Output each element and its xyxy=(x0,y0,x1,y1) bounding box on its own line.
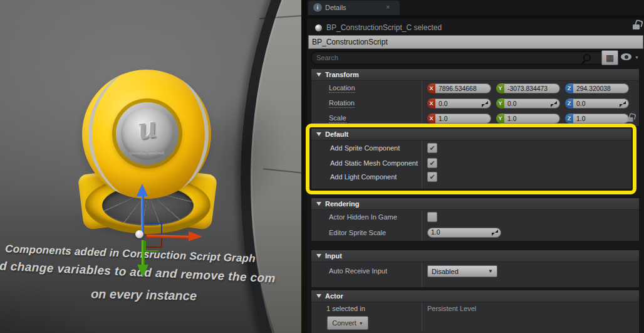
add-static-mesh-checkbox[interactable]: ✔ xyxy=(427,158,437,168)
gizmo-origin-handle[interactable] xyxy=(135,230,143,238)
axis-z-chip: Z xyxy=(565,98,573,108)
axis-z-chip: Z xyxy=(565,83,573,93)
section-header-rendering[interactable]: Rendering xyxy=(311,198,639,210)
property-row-add-static-mesh: Add Static Mesh Component ✔ xyxy=(311,156,631,171)
property-label: Location xyxy=(329,84,355,93)
property-row-add-sprite: Add Sprite Component ✔ xyxy=(311,140,631,156)
property-label: Editor Sprite Scale xyxy=(329,229,386,236)
section-title: Actor xyxy=(325,292,343,300)
spinner-icon[interactable] xyxy=(551,101,557,107)
gizmo-x-axis-arrowhead[interactable] xyxy=(189,231,202,242)
viewport-3d[interactable]: u UNREAL ENGINE Components added in Cons… xyxy=(0,0,307,333)
expander-arrow-icon xyxy=(316,254,321,258)
section-title: Transform xyxy=(325,71,359,78)
section-actor: Actor 1 selected in Persistent Level Con… xyxy=(311,290,639,333)
chevron-down-icon: ▼ xyxy=(635,55,639,60)
floor-text-line3: on every instance xyxy=(91,287,197,304)
search-input[interactable] xyxy=(311,51,609,65)
section-default: Default Add Sprite Component ✔ Add Stati… xyxy=(311,129,631,189)
unreal-engine-label: UNREAL ENGINE xyxy=(121,151,174,154)
view-options-button[interactable]: ▼ xyxy=(621,51,642,64)
section-header-transform[interactable]: Transform xyxy=(311,69,639,81)
auto-receive-input-dropdown[interactable]: Disabled▼ xyxy=(427,265,497,277)
property-row-selected-in: 1 selected in Persistent Level xyxy=(311,302,639,315)
axis-x-chip: X xyxy=(427,98,435,108)
sprite-scale-field[interactable]: 1.0 xyxy=(427,228,501,238)
lock-icon[interactable] xyxy=(632,20,641,29)
gizmo-y-axis-arrowhead[interactable] xyxy=(137,265,148,277)
lock-body xyxy=(633,24,640,29)
property-row-rotation: Rotation X0.0 Y0.0 Z0.0 xyxy=(311,96,639,111)
section-title: Input xyxy=(325,252,342,260)
axis-y-chip: Y xyxy=(496,114,504,124)
persistent-level-value: Persistent Level xyxy=(427,305,476,312)
expander-arrow-icon xyxy=(316,73,321,77)
section-transform: Transform Location X7896.534668 Y-3073.8… xyxy=(311,69,639,126)
axis-y-chip: Y xyxy=(496,98,504,108)
property-label: Add Sprite Component xyxy=(330,144,400,152)
property-label: Auto Receive Input xyxy=(329,267,387,275)
section-input: Input Auto Receive Input Disabled▼ xyxy=(311,250,639,287)
gizmo-plane-handle-yz[interactable] xyxy=(145,241,158,251)
spinner-icon[interactable] xyxy=(482,101,488,107)
property-row-scale: Scale X1.0 Y1.0 Z1.0 xyxy=(311,111,639,126)
section-header-input[interactable]: Input xyxy=(311,250,639,262)
location-y-field[interactable]: -3073.834473 xyxy=(504,83,560,93)
details-info-icon: i xyxy=(313,3,322,12)
property-row-add-light: Add Light Component ✔ xyxy=(311,171,631,189)
property-row-convert: Convert▼ xyxy=(311,315,639,331)
scale-z-field[interactable]: 1.0 xyxy=(573,114,629,124)
property-label: Add Static Mesh Component xyxy=(330,159,418,167)
unreal-logo: u xyxy=(118,105,175,149)
spinner-icon[interactable] xyxy=(620,101,626,107)
add-sprite-checkbox[interactable]: ✔ xyxy=(427,143,437,153)
viewport-right-edge xyxy=(301,0,307,333)
gizmo-y-axis-arrow[interactable] xyxy=(142,240,145,267)
actor-instance-icon xyxy=(315,24,322,31)
add-light-checkbox[interactable]: ✔ xyxy=(427,172,437,182)
location-z-field[interactable]: 294.320038 xyxy=(573,83,629,93)
property-label: Add Light Component xyxy=(330,173,397,181)
tab-close-icon[interactable]: × xyxy=(386,3,390,11)
actor-hidden-checkbox[interactable] xyxy=(427,212,437,222)
section-title: Rendering xyxy=(325,200,359,208)
convert-button[interactable]: Convert▼ xyxy=(327,316,368,330)
scale-y-field[interactable]: 1.0 xyxy=(504,114,560,124)
expander-arrow-icon xyxy=(316,294,321,298)
eye-icon xyxy=(621,53,631,60)
property-label: Actor Hidden In Game xyxy=(329,213,397,221)
section-header-actor[interactable]: Actor xyxy=(311,290,639,302)
property-label: Scale xyxy=(329,114,346,123)
tab-title: Details xyxy=(325,4,346,11)
section-rendering: Rendering Actor Hidden In Game Editor Sp… xyxy=(311,198,639,241)
details-panel: i Details × BP_ConstructionScript_C sele… xyxy=(307,0,644,333)
rotation-z-field[interactable]: 0.0 xyxy=(573,98,629,108)
tab-bar: i Details × xyxy=(307,0,644,15)
gizmo-z-axis-arrowhead[interactable] xyxy=(137,184,148,196)
actor-name-field[interactable] xyxy=(308,35,643,49)
emblem-ring: u UNREAL ENGINE xyxy=(116,102,179,165)
chevron-down-icon: ▼ xyxy=(359,321,363,325)
axis-y-chip: Y xyxy=(496,83,504,93)
property-matrix-button[interactable]: ▦ xyxy=(601,50,618,65)
scale-x-field[interactable]: 1.0 xyxy=(435,114,491,124)
axis-x-chip: X xyxy=(427,83,435,93)
scale-lock-icon[interactable] xyxy=(626,114,635,122)
property-row-hidden-in-game: Actor Hidden In Game xyxy=(311,210,639,224)
axis-x-chip: X xyxy=(427,114,435,124)
rotation-y-field[interactable]: 0.0 xyxy=(504,98,560,108)
property-row-sprite-scale: Editor Sprite Scale 1.0 xyxy=(311,224,639,241)
rotation-x-field[interactable]: 0.0 xyxy=(435,98,491,108)
property-row-location: Location X7896.534668 Y-3073.834473 Z294… xyxy=(311,81,639,96)
chevron-down-icon: ▼ xyxy=(488,268,493,274)
location-x-field[interactable]: 7896.534668 xyxy=(435,83,491,93)
property-label: 1 selected in xyxy=(326,305,365,312)
spinner-icon[interactable] xyxy=(492,230,498,236)
section-header-default[interactable]: Default xyxy=(311,129,631,140)
section-title: Default xyxy=(325,130,348,138)
tab-details[interactable]: i Details × xyxy=(308,1,400,15)
gizmo-z-axis-arrow[interactable] xyxy=(141,194,144,235)
ball-emblem: u UNREAL ENGINE xyxy=(112,98,182,169)
selection-summary: BP_ConstructionScript_C selected xyxy=(326,23,442,32)
search-icon xyxy=(583,54,591,61)
